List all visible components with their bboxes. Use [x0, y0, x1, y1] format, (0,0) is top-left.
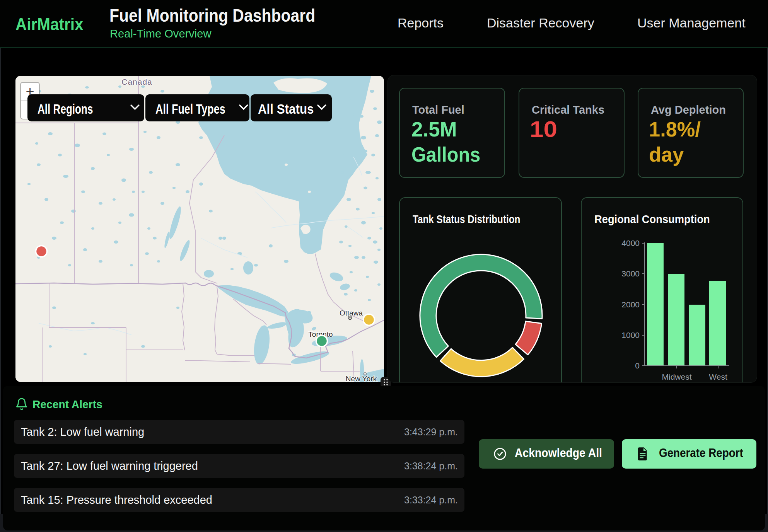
- svg-text:New York: New York: [346, 375, 377, 382]
- svg-text:1000: 1000: [621, 331, 640, 339]
- svg-text:2000: 2000: [621, 300, 640, 309]
- svg-text:Canada: Canada: [121, 77, 152, 86]
- svg-text:West: West: [709, 372, 727, 381]
- svg-text:3000: 3000: [621, 269, 640, 278]
- svg-text:Ottawa: Ottawa: [340, 309, 363, 317]
- svg-text:Midwest: Midwest: [662, 372, 691, 381]
- svg-text:4000: 4000: [621, 239, 640, 247]
- svg-text:0: 0: [635, 361, 640, 370]
